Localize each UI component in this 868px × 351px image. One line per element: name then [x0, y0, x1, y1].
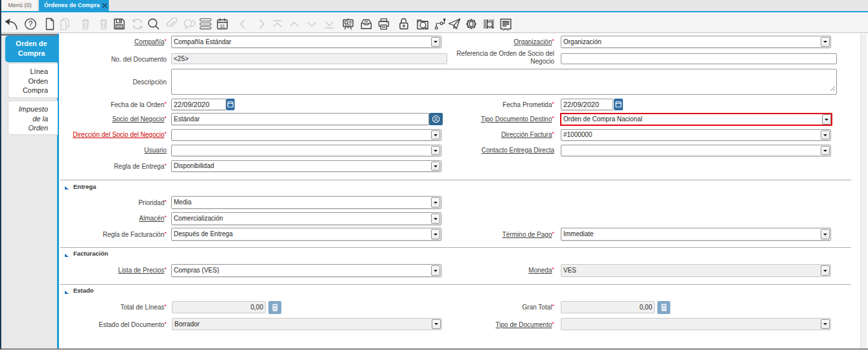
svg-text:?: ? [29, 19, 33, 29]
svg-text:31: 31 [220, 23, 225, 29]
